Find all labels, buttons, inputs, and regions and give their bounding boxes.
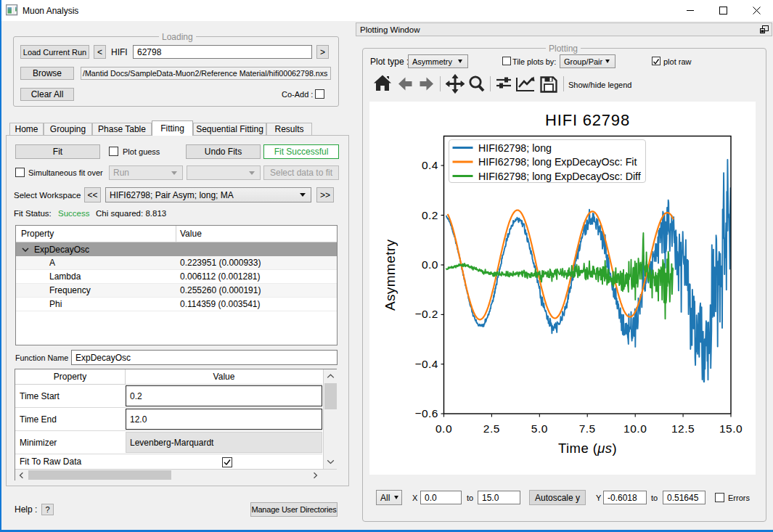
svg-text:HIFI 62798: HIFI 62798 (545, 111, 630, 129)
svg-text:0.0: 0.0 (422, 258, 438, 271)
svg-text:12.5: 12.5 (671, 422, 695, 435)
svg-text:HIFI62798; long ExpDecayOsc: D: HIFI62798; long ExpDecayOsc: Diff (478, 171, 641, 182)
svg-text:−0.2: −0.2 (414, 308, 438, 320)
svg-text:Asymmetry: Asymmetry (383, 239, 398, 311)
svg-text:−0.4: −0.4 (414, 358, 438, 370)
svg-text:0.2: 0.2 (422, 209, 438, 221)
svg-text:5.0: 5.0 (531, 422, 548, 435)
svg-text:HIFI62798; long ExpDecayOsc: F: HIFI62798; long ExpDecayOsc: Fit (478, 156, 637, 168)
svg-text:Time (μs): Time (μs) (558, 441, 617, 456)
svg-text:2.5: 2.5 (483, 422, 500, 435)
svg-text:−0.6: −0.6 (414, 407, 438, 420)
svg-text:10.0: 10.0 (623, 422, 647, 435)
svg-text:0.4: 0.4 (422, 159, 438, 171)
svg-text:HIFI62798; long: HIFI62798; long (478, 142, 552, 154)
svg-text:15.0: 15.0 (719, 422, 743, 435)
svg-text:0.0: 0.0 (435, 422, 452, 435)
svg-text:7.5: 7.5 (579, 422, 596, 435)
